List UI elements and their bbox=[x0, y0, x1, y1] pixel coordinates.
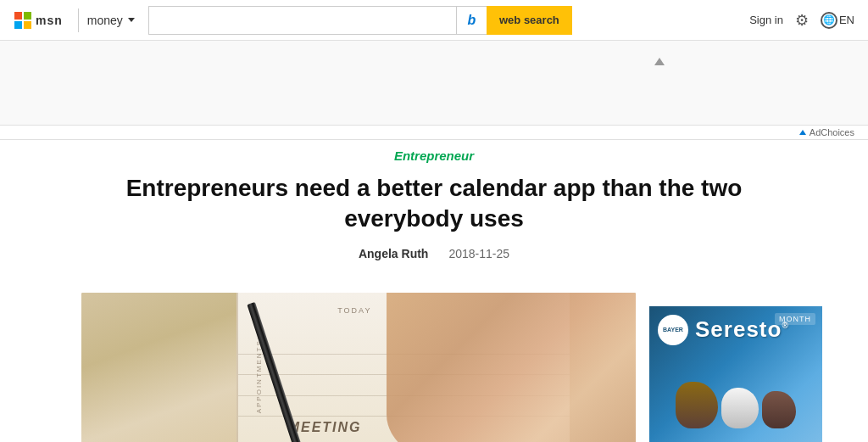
web-search-button[interactable]: web search bbox=[487, 6, 572, 35]
bayer-text: BAYER bbox=[663, 327, 683, 333]
article-title: Entrepreneurs need a better calendar app… bbox=[68, 173, 800, 235]
sign-in-link[interactable]: Sign in bbox=[749, 14, 783, 26]
ad-choices-bar: AdChoices bbox=[0, 126, 868, 140]
msn-logo[interactable]: msn bbox=[14, 11, 63, 30]
money-label: money bbox=[87, 14, 123, 27]
article-meta: Angela Ruth 2018-11-25 bbox=[68, 247, 800, 260]
bing-button[interactable]: b bbox=[456, 6, 487, 35]
ad-banner bbox=[0, 41, 868, 126]
bing-icon: b bbox=[468, 13, 476, 28]
globe-icon: 🌐 bbox=[821, 12, 837, 29]
language-selector[interactable]: 🌐 EN bbox=[821, 12, 854, 29]
msn-butterfly-icon bbox=[14, 11, 32, 30]
article-source: Entrepreneur bbox=[68, 148, 800, 163]
svg-rect-3 bbox=[24, 21, 31, 29]
header-right: Sign in ⚙ 🌐 EN bbox=[749, 11, 854, 30]
right-ad-box[interactable]: BAYER Seresto® MONTH THE WORD IS GETTING… bbox=[649, 306, 822, 442]
gear-icon[interactable]: ⚙ bbox=[795, 11, 809, 30]
svg-rect-0 bbox=[14, 12, 22, 20]
header: msn money b web search Sign in ⚙ 🌐 EN bbox=[0, 0, 868, 41]
dogs-area bbox=[658, 352, 814, 428]
svg-rect-2 bbox=[14, 21, 22, 29]
msn-text: msn bbox=[36, 14, 63, 27]
article-image-section: TODAY APPOINTMENTS: MEETING Nielsen Rana… bbox=[14, 293, 649, 442]
search-container: b web search bbox=[148, 6, 572, 35]
lang-label: EN bbox=[839, 14, 854, 26]
money-nav[interactable]: money bbox=[87, 14, 135, 27]
svg-rect-1 bbox=[24, 12, 31, 20]
right-ad-image: BAYER Seresto® MONTH bbox=[649, 306, 822, 442]
bayer-badge: BAYER bbox=[658, 315, 688, 345]
dog2-shape bbox=[721, 388, 759, 428]
dog1-shape bbox=[676, 382, 718, 428]
ad-choices-label: AdChoices bbox=[810, 127, 854, 137]
cal-meeting-text: MEETING bbox=[288, 420, 362, 435]
dog3-shape bbox=[762, 391, 796, 428]
article-image: TODAY APPOINTMENTS: MEETING bbox=[81, 293, 636, 442]
cal-today-text: TODAY bbox=[337, 306, 371, 315]
search-input[interactable] bbox=[148, 6, 456, 35]
article-section: Entrepreneur Entrepreneurs need a better… bbox=[0, 140, 868, 293]
ad-choices-triangle-icon bbox=[799, 130, 806, 135]
month-badge: MONTH bbox=[775, 313, 815, 325]
article-author: Angela Ruth bbox=[359, 247, 428, 260]
main-container: Entrepreneur Entrepreneurs need a better… bbox=[0, 140, 868, 293]
image-placeholder: TODAY APPOINTMENTS: MEETING bbox=[81, 293, 636, 442]
ad-triangle-icon bbox=[654, 58, 665, 65]
header-divider bbox=[78, 8, 79, 32]
chevron-down-icon bbox=[128, 18, 135, 22]
content-row: in f ✉ bbox=[0, 293, 868, 442]
hand-shape bbox=[387, 293, 636, 442]
article-date: 2018-11-25 bbox=[448, 247, 509, 260]
right-ad: BAYER Seresto® MONTH THE WORD IS GETTING… bbox=[649, 293, 836, 442]
